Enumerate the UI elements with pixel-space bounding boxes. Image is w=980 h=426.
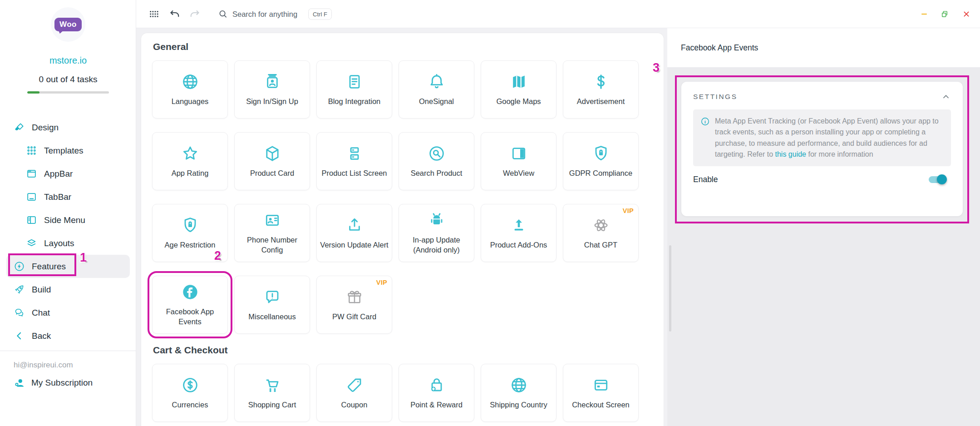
feature-card-onesignal[interactable]: OneSignal: [399, 60, 474, 119]
contact-card-icon: [263, 211, 281, 229]
feature-grid: CurrenciesShopping CartCouponPoint & Rew…: [152, 364, 653, 422]
feature-card-search-product[interactable]: Search Product: [399, 132, 474, 190]
feature-card-facebook-app-events[interactable]: Facebook App Events: [152, 276, 228, 334]
search-input[interactable]: Search for anything Ctrl F: [218, 8, 332, 20]
sidebar-item-chat[interactable]: Chat: [0, 301, 136, 324]
feature-grid: LanguagesSign In/Sign UpBlog Integration…: [152, 60, 653, 334]
feature-card-label: Blog Integration: [325, 97, 384, 106]
main-content-area: GeneralLanguagesSign In/Sign UpBlog Inte…: [136, 28, 667, 426]
webview-icon: [510, 144, 528, 163]
feature-card-label: Shipping Country: [487, 400, 550, 410]
sidebar-item-label: Chat: [32, 308, 50, 318]
feature-card-coupon[interactable]: Coupon: [316, 364, 392, 422]
arrow-up-icon: [510, 216, 528, 234]
feature-card-age-restriction[interactable]: Age Restriction: [152, 204, 228, 262]
sidebar-item-side-menu[interactable]: Side Menu: [0, 208, 136, 232]
feature-card-advertisement[interactable]: Advertisement: [563, 60, 639, 119]
sidebar-item-appbar[interactable]: AppBar: [0, 162, 136, 185]
feature-card-label: OneSignal: [416, 97, 457, 106]
feature-card-product-add-ons[interactable]: Product Add-Ons: [481, 204, 556, 262]
apps-grid-icon[interactable]: [149, 9, 159, 19]
sidebar-item-features[interactable]: Features: [6, 255, 130, 278]
appbar-icon: [26, 168, 37, 179]
woo-logo-icon: Woo: [54, 18, 82, 31]
feature-card-gdpr-compliance[interactable]: GDPR Compliance: [563, 132, 639, 190]
feature-card-in-app-update-android-only[interactable]: In-app Update (Android only): [399, 204, 474, 262]
redo-button[interactable]: [189, 8, 201, 20]
info-icon: [700, 117, 710, 126]
feature-card-currencies[interactable]: Currencies: [152, 364, 228, 422]
feature-card-point-reward[interactable]: Point & Reward: [399, 364, 474, 422]
annotation-box-step3: SETTINGS Meta App Event Tracking (or Fac…: [675, 75, 969, 223]
tasks-progress-text: 0 out of 4 tasks: [0, 74, 136, 84]
sidebar-item-back[interactable]: Back: [0, 324, 136, 347]
feature-card-miscellaneous[interactable]: Miscellaneous: [234, 276, 310, 334]
settings-header: SETTINGS: [693, 93, 738, 101]
feature-card-label: Advertisement: [574, 97, 627, 106]
subscription-label: My Subscription: [31, 378, 93, 388]
feature-card-version-update-alert[interactable]: Version Update Alert: [316, 204, 392, 262]
upload-icon: [345, 216, 364, 234]
info-box: Meta App Event Tracking (or Facebook App…: [693, 109, 951, 166]
feature-card-languages[interactable]: Languages: [152, 60, 228, 119]
feature-card-label: Checkout Screen: [569, 400, 632, 410]
feature-card-chat-gpt[interactable]: VIPChat GPT: [563, 204, 639, 262]
sidebar-item-design[interactable]: Design: [0, 116, 136, 139]
sidebar-item-my-subscription[interactable]: My Subscription: [14, 377, 93, 389]
feature-card-label: Google Maps: [493, 97, 543, 106]
sidebar-item-label: Features: [32, 262, 66, 272]
feature-card-label: Shopping Cart: [246, 400, 299, 410]
feature-card-label: App Rating: [169, 168, 212, 178]
info-guide-link[interactable]: this guide: [775, 150, 807, 158]
feature-card-pw-gift-card[interactable]: VIPPW Gift Card: [316, 276, 392, 334]
store-name[interactable]: mstore.io: [0, 55, 136, 66]
feature-card-google-maps[interactable]: Google Maps: [481, 60, 556, 119]
tabbar-icon: [26, 191, 37, 203]
maximize-button[interactable]: [941, 10, 949, 18]
section-title-general: General: [153, 41, 653, 52]
feature-card-phone-number-config[interactable]: Phone Number Config: [234, 204, 310, 262]
feature-card-label: Search Product: [408, 168, 465, 178]
feature-card-app-rating[interactable]: App Rating: [152, 132, 228, 190]
undo-button[interactable]: [169, 8, 181, 20]
shield-lock-icon: [592, 144, 610, 163]
sidebar-item-build[interactable]: Build: [0, 278, 136, 301]
map-icon: [510, 73, 528, 91]
facebook-icon: [181, 283, 199, 301]
sidebar: Woo mstore.io 0 out of 4 tasks DesignTem…: [0, 0, 136, 426]
store-logo: Woo: [51, 7, 85, 42]
rocket-icon: [14, 284, 25, 295]
sidebar-item-layouts[interactable]: Layouts: [0, 232, 136, 255]
enable-label: Enable: [693, 175, 718, 184]
feature-card-label: Miscellaneous: [246, 312, 299, 322]
feature-card-product-card[interactable]: Product Card: [234, 132, 310, 190]
feature-card-sign-in-sign-up[interactable]: Sign In/Sign Up: [234, 60, 310, 119]
chat-icon: [14, 307, 25, 318]
info-text: Meta App Event Tracking (or Facebook App…: [715, 116, 944, 160]
feature-card-product-list-screen[interactable]: Product List Screen: [316, 132, 392, 190]
toggle-thumb: [937, 174, 947, 184]
topbar: Search for anything Ctrl F: [136, 0, 980, 28]
globe-icon: [510, 376, 528, 394]
feature-card-checkout-screen[interactable]: Checkout Screen: [563, 364, 639, 422]
feature-card-label: Facebook App Events: [153, 307, 227, 327]
tasks-progress-bar: [27, 91, 109, 94]
close-button[interactable]: [962, 10, 970, 18]
feature-card-webview[interactable]: WebView: [481, 132, 556, 190]
gift-icon: [345, 288, 364, 306]
shield-lock-icon: [181, 216, 199, 234]
settings-card: SETTINGS Meta App Event Tracking (or Fac…: [681, 82, 963, 216]
sidebar-item-templates[interactable]: Templates: [0, 139, 136, 162]
feature-card-label: Phone Number Config: [235, 235, 310, 255]
person-plus-icon: [14, 377, 25, 389]
chevron-up-icon[interactable]: [941, 92, 951, 102]
feature-card-shipping-country[interactable]: Shipping Country: [481, 364, 556, 422]
vertical-scrollbar[interactable]: [669, 245, 671, 332]
minimize-button[interactable]: [921, 10, 928, 18]
feature-card-blog-integration[interactable]: Blog Integration: [316, 60, 392, 119]
search-circle-icon: [428, 144, 446, 163]
sidebar-item-tabbar[interactable]: TabBar: [0, 185, 136, 208]
feature-card-shopping-cart[interactable]: Shopping Cart: [234, 364, 310, 422]
enable-toggle[interactable]: [929, 176, 946, 183]
sidebar-item-label: Layouts: [44, 238, 74, 248]
